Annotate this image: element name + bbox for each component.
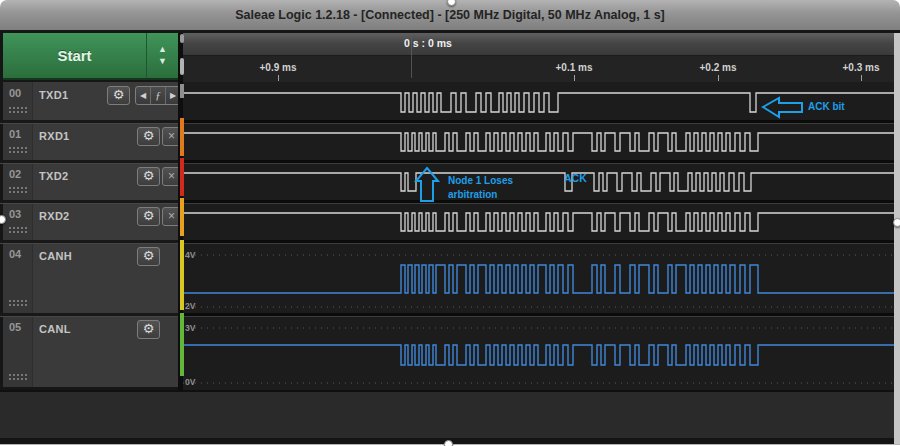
- channel-number: 00: [9, 87, 21, 99]
- channel-number: 04: [9, 248, 21, 260]
- timeline-tick-label: +0.3 ms: [843, 62, 880, 73]
- vertical-scrollbar-track-top[interactable]: [180, 34, 184, 43]
- channel-color-strip-ch01: [180, 118, 184, 156]
- timeline-seconds-bar[interactable]: [183, 33, 900, 56]
- timeline-tick-label: +0.2 ms: [700, 62, 737, 73]
- ack-bit-arrow-left-icon: [763, 98, 802, 117]
- channel-name: RXD1: [39, 130, 70, 142]
- canh-top-voltage-label: 4V: [185, 250, 195, 260]
- chevron-up-icon[interactable]: ▲: [158, 45, 167, 54]
- channel-settings-button[interactable]: ⚙: [137, 167, 160, 186]
- timeline-tick-mark: [861, 75, 862, 81]
- gear-icon: ⚙: [113, 87, 125, 102]
- channel-number: 02: [9, 168, 21, 180]
- waveform-traces: [183, 93, 900, 365]
- chevron-down-icon[interactable]: ▼: [158, 57, 167, 66]
- timeline-zero-divider: [411, 33, 412, 78]
- window-title: Saleae Logic 1.2.18 - [Connected] - [250…: [235, 8, 665, 22]
- trigger-button-group: ◀ ƒ ▶: [135, 86, 181, 105]
- canh-bottom-voltage-label: 2V: [185, 301, 195, 311]
- capture-header: Start ▲ ▼: [3, 33, 178, 80]
- start-button[interactable]: Start: [3, 33, 147, 78]
- channel-drag-grip[interactable]: [8, 186, 27, 194]
- timeline-tick-row[interactable]: +0.9 ms+0.1 ms+0.2 ms+0.3 ms: [183, 56, 900, 82]
- timeline-tick-label: +0.1 ms: [556, 62, 593, 73]
- channel-row-canl[interactable]: 05 CANL ⚙: [3, 316, 178, 387]
- timeline-tick-label: +0.9 ms: [260, 62, 297, 73]
- arrow-left-icon: ◀: [140, 91, 146, 100]
- channel-color-strip-ch04: [180, 240, 184, 310]
- channel-color-strip-ch00: [180, 84, 184, 98]
- vertical-scrollbar-handle[interactable]: [180, 58, 184, 75]
- trace-canl: [183, 345, 900, 365]
- channel-drag-grip[interactable]: [8, 373, 27, 381]
- timeline-tick-mark: [574, 75, 575, 81]
- trigger-falling-button[interactable]: ◀: [136, 87, 150, 104]
- edge-trigger-icon: ƒ: [155, 89, 161, 101]
- row-divider: [0, 240, 178, 244]
- arrow-right-icon: ▶: [170, 91, 176, 100]
- channel-color-strip-ch02: [180, 158, 184, 196]
- close-icon: ×: [168, 209, 175, 223]
- channel-name: RXD2: [39, 210, 70, 222]
- row-divider: [0, 200, 178, 204]
- close-icon: ×: [168, 169, 175, 183]
- timeline-tick-mark: [718, 75, 719, 81]
- channel-drag-grip[interactable]: [8, 106, 27, 114]
- channel-row-rxd1[interactable]: 01 RXD1 ⚙ ×: [3, 123, 178, 160]
- channel-number: 03: [9, 208, 21, 220]
- channel-name: CANH: [39, 250, 72, 262]
- canl-top-voltage-label: 3V: [185, 323, 195, 333]
- gear-icon: ⚙: [143, 208, 155, 223]
- arbitration-annotation-line2: arbitration: [448, 189, 497, 200]
- row-divider: [0, 120, 178, 124]
- channel-row-rxd2[interactable]: 03 RXD2 ⚙ ×: [3, 203, 178, 240]
- start-options: ▲ ▼: [147, 33, 178, 78]
- gear-icon: ⚙: [143, 248, 155, 263]
- row-divider: [0, 313, 178, 317]
- trace-rxd1: [183, 133, 900, 151]
- arbitration-annotation-line1: Node 1 Loses: [448, 175, 513, 186]
- channel-settings-button[interactable]: ⚙: [137, 320, 160, 339]
- ack-annotation: ACK: [564, 172, 587, 184]
- trace-canh: [183, 265, 900, 293]
- channel-settings-button[interactable]: ⚙: [107, 86, 130, 105]
- channel-drag-grip[interactable]: [8, 299, 27, 307]
- canl-bottom-voltage-label: 0V: [185, 377, 195, 387]
- channel-name: CANL: [39, 323, 71, 335]
- timeline-tick-mark: [278, 75, 279, 81]
- waveform-traces-svg: [183, 82, 900, 390]
- right-page-margin: [894, 33, 900, 444]
- channel-name: TXD2: [39, 170, 68, 182]
- bottom-panel: [0, 390, 900, 440]
- channel-drag-grip[interactable]: [8, 226, 27, 234]
- channel-color-strip-ch05: [180, 313, 184, 376]
- channel-settings-button[interactable]: ⚙: [137, 207, 160, 226]
- channel-drag-grip[interactable]: [8, 146, 27, 154]
- app-screenshot: Saleae Logic 1.2.18 - [Connected] - [250…: [0, 0, 900, 446]
- channel-row-canh[interactable]: 04 CANH ⚙: [3, 243, 178, 313]
- close-icon: ×: [168, 129, 175, 143]
- ack-bit-annotation: ACK bit: [808, 101, 845, 112]
- channel-row-txd2[interactable]: 02 TXD2 ⚙ ×: [3, 163, 178, 200]
- timeline-seconds-label: 0 s : 0 ms: [328, 37, 528, 49]
- channel-name: TXD1: [39, 89, 68, 101]
- trigger-edge-button[interactable]: ƒ: [150, 87, 165, 104]
- channel-settings-button[interactable]: ⚙: [137, 127, 160, 146]
- channel-number: 01: [9, 128, 21, 140]
- channel-number: 05: [9, 321, 21, 333]
- gear-icon: ⚙: [143, 168, 155, 183]
- selection-handle-bottom[interactable]: [444, 440, 453, 446]
- selection-handle-right[interactable]: [893, 218, 900, 227]
- trace-txd2: [183, 173, 900, 191]
- gear-icon: ⚙: [143, 321, 155, 336]
- gear-icon: ⚙: [143, 128, 155, 143]
- channel-color-strip-ch03: [180, 198, 184, 236]
- channel-settings-button[interactable]: ⚙: [137, 247, 160, 266]
- row-divider: [0, 160, 178, 164]
- channel-row-txd1[interactable]: 00 TXD1 ⚙ ◀ ƒ ▶: [3, 82, 178, 120]
- trace-rxd2: [183, 213, 900, 231]
